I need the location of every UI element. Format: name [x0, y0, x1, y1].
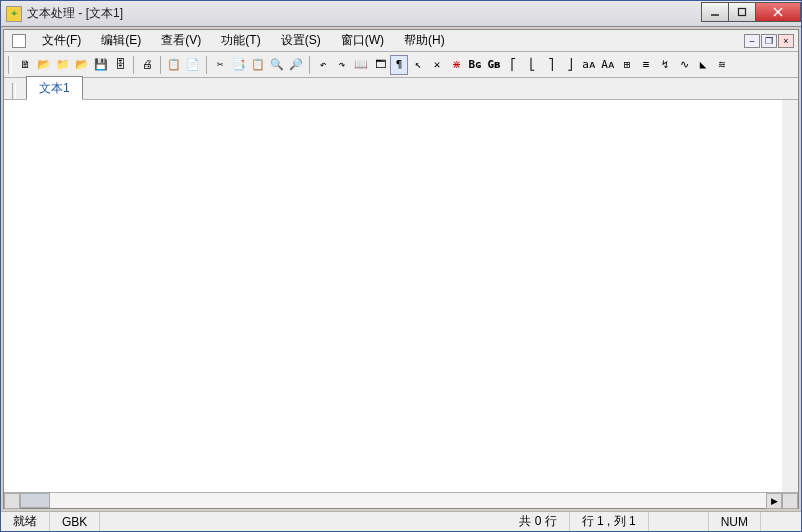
- bracket3-icon[interactable]: ⎤: [542, 55, 560, 75]
- editor-area[interactable]: [4, 100, 782, 492]
- cut-icon[interactable]: ✂: [211, 55, 229, 75]
- mdi-close-button[interactable]: ×: [778, 34, 794, 48]
- menu-function[interactable]: 功能(T): [211, 30, 270, 51]
- open-icon[interactable]: 📂: [35, 55, 53, 75]
- sort-icon[interactable]: ↯: [656, 55, 674, 75]
- document-tab[interactable]: 文本1: [26, 76, 83, 100]
- scroll-corner: [4, 493, 20, 509]
- scroll-right-icon[interactable]: ▶: [766, 493, 782, 509]
- system-menu-icon[interactable]: [12, 34, 26, 48]
- numlist-icon[interactable]: ≡: [637, 55, 655, 75]
- book-icon[interactable]: 📖: [352, 55, 370, 75]
- paste2-icon[interactable]: 📋: [249, 55, 267, 75]
- redo-icon[interactable]: ↷: [333, 55, 351, 75]
- paragraph-icon[interactable]: ¶: [390, 55, 408, 75]
- app-icon: ✦: [6, 6, 22, 22]
- toolbar-separator: [309, 56, 310, 74]
- toolbar-separator: [160, 56, 161, 74]
- cursor-icon[interactable]: ↖: [409, 55, 427, 75]
- menu-settings[interactable]: 设置(S): [271, 30, 331, 51]
- toolbar-grip[interactable]: [8, 56, 12, 74]
- copy2-icon[interactable]: 📑: [230, 55, 248, 75]
- link-icon[interactable]: ∿: [675, 55, 693, 75]
- status-lines: 共 0 行: [507, 512, 569, 531]
- menu-file[interactable]: 文件(F): [32, 30, 91, 51]
- gbk-big5-icon[interactable]: Gʙ: [485, 55, 503, 75]
- bracket2-icon[interactable]: ⎣: [523, 55, 541, 75]
- window-title: 文本处理 - [文本1]: [27, 5, 702, 22]
- menu-view[interactable]: 查看(V): [151, 30, 211, 51]
- svg-rect-1: [739, 8, 746, 15]
- menu-window[interactable]: 窗口(W): [331, 30, 394, 51]
- status-encoding: GBK: [50, 512, 100, 531]
- print-icon[interactable]: 🖨: [138, 55, 156, 75]
- bracket4-icon[interactable]: ⎦: [561, 55, 579, 75]
- status-position: 行 1 , 列 1: [570, 512, 649, 531]
- scroll-corner: [782, 493, 798, 509]
- misc-icon[interactable]: ≋: [713, 55, 731, 75]
- save-icon[interactable]: 💾: [92, 55, 110, 75]
- save-all-icon[interactable]: 🗄: [111, 55, 129, 75]
- copy-icon[interactable]: 📋: [165, 55, 183, 75]
- delete-icon[interactable]: ✕: [428, 55, 446, 75]
- columns-icon[interactable]: ⊞: [618, 55, 636, 75]
- status-grip: [761, 512, 801, 531]
- menu-edit[interactable]: 编辑(E): [91, 30, 151, 51]
- mdi-minimize-button[interactable]: –: [744, 34, 760, 48]
- undo-icon[interactable]: ↶: [314, 55, 332, 75]
- case1-icon[interactable]: aᴀ: [580, 55, 598, 75]
- toolbar-separator: [206, 56, 207, 74]
- text-editor[interactable]: [4, 100, 782, 492]
- open-alt-icon[interactable]: 📂: [73, 55, 91, 75]
- open-folder-icon[interactable]: 📁: [54, 55, 72, 75]
- tabstrip-grip[interactable]: [12, 83, 16, 99]
- highlight-icon[interactable]: ⋇: [447, 55, 465, 75]
- case2-icon[interactable]: Aᴀ: [599, 55, 617, 75]
- status-blank: [649, 512, 709, 531]
- menu-help[interactable]: 帮助(H): [394, 30, 455, 51]
- minimize-button[interactable]: [701, 2, 729, 22]
- toolbar-separator: [133, 56, 134, 74]
- find-next-icon[interactable]: 🔎: [287, 55, 305, 75]
- angle-icon[interactable]: ◣: [694, 55, 712, 75]
- close-button[interactable]: [755, 2, 801, 22]
- properties-icon[interactable]: 🗔: [371, 55, 389, 75]
- mdi-restore-button[interactable]: ❐: [761, 34, 777, 48]
- new-file-icon[interactable]: 🗎: [16, 55, 34, 75]
- status-ready: 就绪: [1, 512, 50, 531]
- vertical-scrollbar[interactable]: [782, 100, 798, 492]
- horizontal-scrollbar-thumb[interactable]: [20, 493, 50, 508]
- horizontal-scrollbar-track[interactable]: [20, 493, 766, 508]
- bracket1-icon[interactable]: ⎡: [504, 55, 522, 75]
- status-numlock: NUM: [709, 512, 761, 531]
- paste-icon[interactable]: 📄: [184, 55, 202, 75]
- big5-gbk-icon[interactable]: Bɢ: [466, 55, 484, 75]
- maximize-button[interactable]: [728, 2, 756, 22]
- find-icon[interactable]: 🔍: [268, 55, 286, 75]
